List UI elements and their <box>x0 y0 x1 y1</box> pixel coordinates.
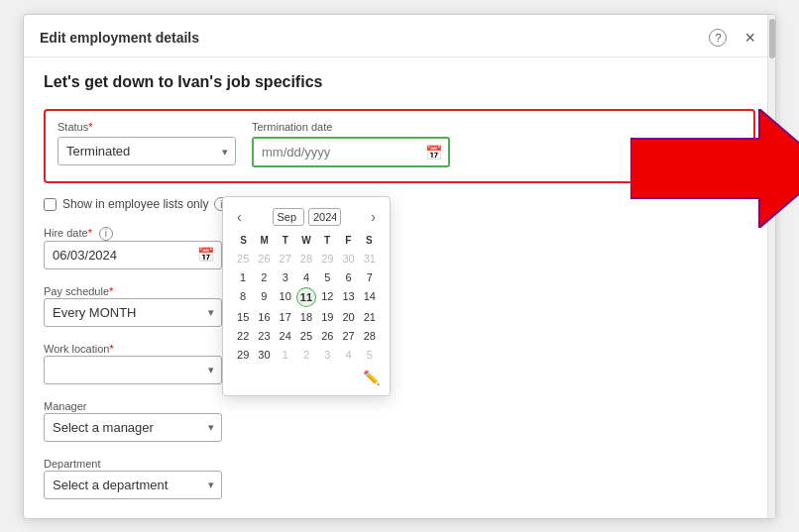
calendar-day[interactable]: 5 <box>360 346 380 364</box>
hire-date-wrapper: 📅 <box>44 241 222 269</box>
calendar-day[interactable]: 28 <box>360 327 380 345</box>
calendar-day[interactable]: 26 <box>317 327 337 345</box>
calendar-day[interactable]: 4 <box>296 268 316 286</box>
calendar-day[interactable]: 14 <box>360 287 380 307</box>
calendar-prev-button[interactable]: ‹ <box>233 207 246 227</box>
close-icon: × <box>744 28 755 48</box>
calendar-day[interactable]: 22 <box>233 327 253 345</box>
weekday-wed: W <box>295 233 316 248</box>
manager-select-wrapper: Select a manager <box>44 413 222 442</box>
weekday-sun: S <box>233 233 254 248</box>
calendar-day[interactable]: 24 <box>276 327 295 345</box>
pay-schedule-label: Pay schedule* <box>44 285 113 297</box>
hire-date-input[interactable] <box>44 241 222 269</box>
manager-label: Manager <box>44 400 86 412</box>
calendar-edit-row: ✏️ <box>233 370 380 385</box>
close-button[interactable]: × <box>741 27 759 49</box>
help-icon: ? <box>709 29 727 47</box>
termination-label: Termination date <box>252 121 450 133</box>
manager-row: Manager Select a manager <box>44 398 755 442</box>
calendar-day[interactable]: 2 <box>254 268 274 286</box>
calendar-day[interactable]: 16 <box>254 308 274 326</box>
calendar-day[interactable]: 18 <box>296 308 316 326</box>
scrollbar-thumb[interactable] <box>769 19 775 58</box>
calendar-grid: S M T W T F S 25262728293031123456789101… <box>233 233 380 364</box>
show-employee-checkbox[interactable] <box>44 198 57 211</box>
calendar-day[interactable]: 1 <box>233 268 253 286</box>
calendar-day[interactable]: 3 <box>276 268 295 286</box>
calendar-day[interactable]: 23 <box>254 327 274 345</box>
status-select-wrapper: Terminated <box>57 137 236 165</box>
scrollbar[interactable] <box>767 15 775 518</box>
modal-container: Edit employment details ? × Let's get do… <box>23 14 776 519</box>
department-row: Department Select a department <box>44 456 755 499</box>
calendar-day[interactable]: 12 <box>317 287 337 307</box>
calendar-day[interactable]: 31 <box>360 250 380 267</box>
calendar-day[interactable]: 30 <box>338 250 358 267</box>
pencil-icon[interactable]: ✏️ <box>363 370 380 385</box>
calendar-day[interactable]: 20 <box>338 308 358 326</box>
modal-header: Edit employment details ? × <box>24 15 775 58</box>
svg-marker-0 <box>630 109 799 228</box>
calendar-day[interactable]: 2 <box>296 346 316 364</box>
department-select-wrapper: Select a department <box>44 471 222 499</box>
calendar-day[interactable]: 17 <box>276 308 295 326</box>
header-icons: ? × <box>705 27 759 50</box>
termination-date-input[interactable] <box>252 137 450 167</box>
weekday-fri: F <box>338 233 359 248</box>
help-button[interactable]: ? <box>705 27 731 50</box>
department-select[interactable]: Select a department <box>44 471 222 499</box>
month-year-selects: Sep 2024 <box>273 208 341 226</box>
calendar-month-select[interactable]: Sep <box>273 208 305 226</box>
weekday-mon: M <box>254 233 275 248</box>
calendar-days: 2526272829303112345678910111213141516171… <box>233 250 380 364</box>
hire-date-info-icon[interactable]: i <box>99 227 113 241</box>
calendar-day[interactable]: 29 <box>233 346 253 364</box>
red-arrow <box>630 109 799 228</box>
calendar-day[interactable]: 27 <box>338 327 358 345</box>
hire-date-row: Hire date* i 📅 <box>44 225 755 269</box>
calendar-day[interactable]: 27 <box>276 250 295 267</box>
status-select[interactable]: Terminated <box>57 137 236 165</box>
calendar-next-button[interactable]: › <box>367 207 380 227</box>
pay-schedule-row: Pay schedule* Every MONTH <box>44 283 755 327</box>
calendar-day[interactable]: 29 <box>317 250 337 267</box>
pay-schedule-select-wrapper: Every MONTH <box>44 298 222 327</box>
calendar-day[interactable]: 15 <box>233 308 253 326</box>
show-employee-label: Show in employee lists only <box>62 197 208 211</box>
calendar-day[interactable]: 25 <box>296 327 316 345</box>
calendar-day[interactable]: 5 <box>317 268 337 286</box>
calendar-day[interactable]: 26 <box>254 250 274 267</box>
status-label: Status* <box>57 121 236 133</box>
calendar-year-select[interactable]: 2024 <box>308 208 341 226</box>
work-location-select-wrapper <box>44 356 222 384</box>
calendar-day[interactable]: 1 <box>276 346 295 364</box>
section-title: Let's get down to Ivan's job specifics <box>44 73 755 91</box>
calendar-day[interactable]: 19 <box>317 308 337 326</box>
calendar-day[interactable]: 25 <box>233 250 253 267</box>
hire-date-label: Hire date* i <box>44 227 113 239</box>
calendar-day[interactable]: 8 <box>233 287 253 307</box>
calendar-day[interactable]: 9 <box>254 287 274 307</box>
manager-select[interactable]: Select a manager <box>44 413 222 442</box>
calendar-nav: ‹ Sep 2024 › <box>233 207 380 227</box>
work-location-select[interactable] <box>44 356 222 384</box>
weekday-thu: T <box>317 233 338 248</box>
calendar-day[interactable]: 3 <box>317 346 337 364</box>
calendar-day[interactable]: 4 <box>338 346 358 364</box>
calendar-day[interactable]: 6 <box>338 268 358 286</box>
calendar-day[interactable]: 7 <box>360 268 380 286</box>
department-label: Department <box>44 458 100 470</box>
calendar-day[interactable]: 10 <box>276 287 295 307</box>
status-field-group: Status* Terminated <box>57 121 236 167</box>
work-location-row: Work location* <box>44 341 755 384</box>
calendar-day[interactable]: 21 <box>360 308 380 326</box>
calendar-day[interactable]: 30 <box>254 346 274 364</box>
calendar-day[interactable]: 28 <box>296 250 316 267</box>
pay-schedule-select[interactable]: Every MONTH <box>44 298 222 327</box>
calendar-weekdays: S M T W T F S <box>233 233 380 248</box>
termination-input-wrapper: 📅 <box>252 137 450 167</box>
modal-title: Edit employment details <box>40 30 199 46</box>
calendar-day[interactable]: 11 <box>296 287 316 307</box>
calendar-day[interactable]: 13 <box>338 287 358 307</box>
